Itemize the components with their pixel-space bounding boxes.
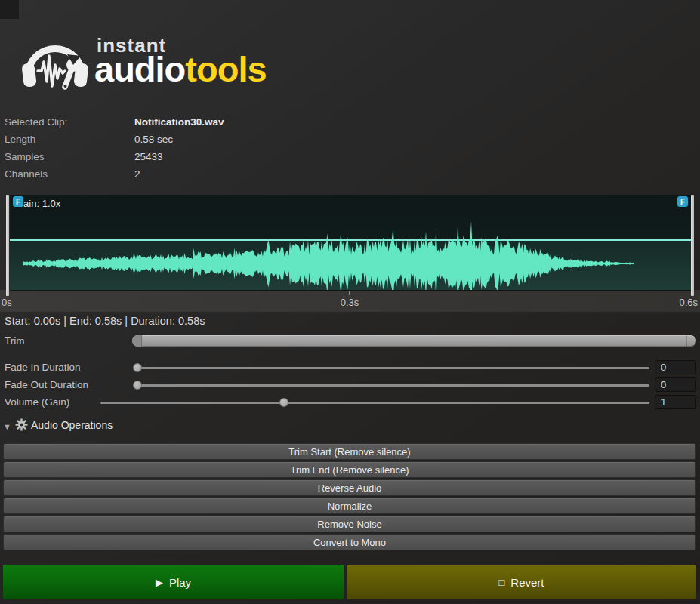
logo-text-audiotools: audio tools: [94, 48, 267, 90]
revert-icon: □: [498, 577, 504, 588]
waveform-graphic: [10, 195, 694, 291]
reverse-audio-button[interactable]: Reverse Audio: [3, 479, 696, 496]
fade-in-slider-thumb[interactable]: [133, 363, 142, 372]
convert-to-mono-button[interactable]: Convert to Mono: [3, 534, 696, 550]
fade-in-value-field[interactable]: [655, 360, 696, 374]
logo-text-tools: tools: [185, 48, 266, 90]
audio-tools-window: instant audio tools Selected Clip: Notif…: [0, 0, 700, 604]
selected-clip-value: Notification30.wav: [134, 116, 224, 128]
play-button-label: Play: [169, 576, 191, 589]
fade-out-label: Fade Out Duration: [5, 379, 88, 390]
length-value: 0.58 sec: [134, 134, 173, 145]
corner-square: [0, 0, 19, 19]
fade-in-slider-track[interactable]: [134, 367, 649, 369]
fade-out-handle-icon[interactable]: F: [677, 196, 688, 207]
time-tick: [349, 291, 350, 295]
time-label-middle: 0.3s: [332, 297, 367, 308]
fade-out-slider-thumb[interactable]: [133, 381, 142, 390]
length-label: Length: [5, 134, 35, 145]
volume-slider-thumb[interactable]: [279, 398, 288, 407]
normalize-button[interactable]: Normalize: [3, 498, 696, 514]
trim-end-marker[interactable]: [691, 195, 694, 296]
fade-out-slider-track[interactable]: [134, 384, 649, 387]
time-label-end: 0.6s: [671, 297, 698, 308]
volume-slider-track[interactable]: [100, 402, 649, 404]
headphones-logo-icon: [20, 26, 91, 97]
fade-in-handle-icon[interactable]: F: [13, 196, 23, 207]
gear-icon: [15, 418, 28, 431]
selection-summary: Start: 0.00s | End: 0.58s | Duration: 0.…: [5, 315, 205, 327]
trim-range-slider[interactable]: [132, 335, 696, 347]
trim-end-button[interactable]: Trim End (Remove silence): [3, 461, 696, 478]
trim-start-marker[interactable]: [6, 195, 9, 296]
fade-in-label: Fade In Duration: [5, 362, 81, 373]
channels-label: Channels: [5, 168, 48, 180]
audio-operations-header[interactable]: Audio Operations: [31, 419, 113, 431]
foldout-triangle-icon[interactable]: ▼: [3, 422, 11, 431]
samples-label: Samples: [5, 151, 45, 162]
waveform-panel[interactable]: Gain: 1.0x F F: [10, 195, 694, 291]
channels-value: 2: [134, 168, 140, 180]
trim-start-button[interactable]: Trim Start (Remove silence): [3, 443, 696, 460]
remove-noise-button[interactable]: Remove Noise: [3, 516, 696, 532]
selected-clip-label: Selected Clip:: [5, 116, 67, 128]
volume-value-field[interactable]: [655, 395, 696, 409]
trim-slider-right-handle[interactable]: [686, 335, 696, 347]
trim-slider-left-handle[interactable]: [132, 335, 142, 347]
time-label-start: 0s: [2, 297, 12, 308]
volume-label: Volume (Gain): [5, 396, 69, 408]
play-icon: ▶: [156, 577, 163, 588]
fade-out-value-field[interactable]: [655, 378, 696, 392]
revert-button[interactable]: □ Revert: [347, 565, 696, 599]
play-button[interactable]: ▶ Play: [3, 565, 344, 599]
revert-button-label: Revert: [510, 576, 544, 589]
logo-text-audio: audio: [94, 48, 185, 90]
trim-label: Trim: [5, 335, 25, 347]
samples-value: 25433: [134, 151, 163, 162]
